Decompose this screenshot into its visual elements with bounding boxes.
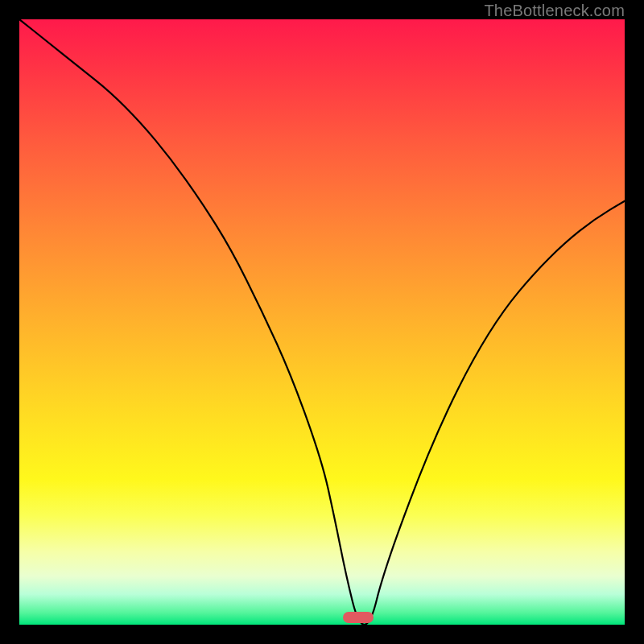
gradient-plot-area	[19, 19, 625, 625]
bottleneck-curve	[19, 19, 625, 625]
watermark-text: TheBottleneck.com	[484, 2, 625, 20]
curve-path	[19, 19, 625, 625]
chart-frame: TheBottleneck.com	[0, 0, 644, 644]
optimal-range-pill	[343, 612, 374, 623]
